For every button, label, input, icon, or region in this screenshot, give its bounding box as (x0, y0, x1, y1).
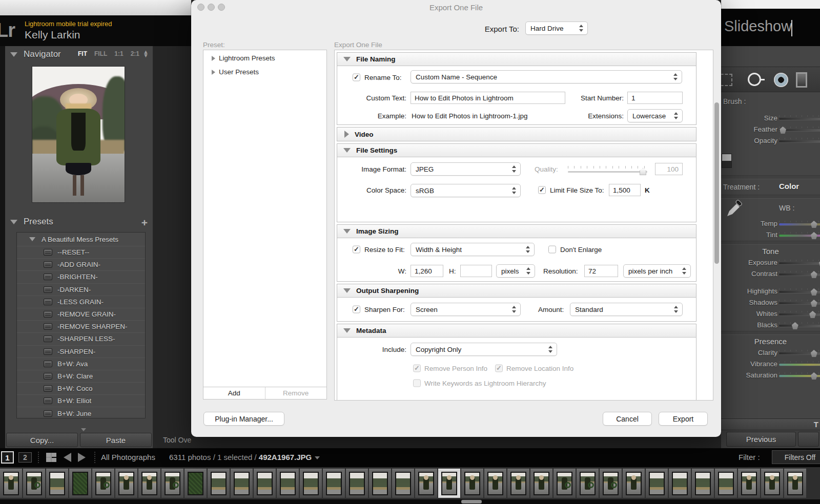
filmstrip-thumbnail[interactable] (161, 469, 183, 498)
quality-value-input[interactable] (655, 163, 683, 175)
image-sizing-header[interactable]: Image Sizing (337, 225, 696, 238)
vibrance-slider[interactable]: Vibrance (721, 359, 820, 370)
filmstrip-thumbnail[interactable] (369, 469, 391, 498)
shadows-slider[interactable]: Shadows (721, 297, 820, 308)
copy-button[interactable]: Copy... (6, 433, 78, 447)
blacks-slider[interactable]: Blacks (721, 320, 820, 331)
height-input[interactable] (460, 265, 492, 277)
mask-swatch[interactable] (722, 154, 732, 168)
highlights-slider[interactable]: Highlights (721, 286, 820, 297)
section-triangle-icon[interactable] (343, 328, 351, 333)
spot-removal-icon[interactable] (748, 73, 761, 86)
exposure-slider[interactable]: Exposure (721, 257, 820, 268)
preset-item[interactable]: B+W: Ava (17, 358, 145, 370)
filmstrip-thumbnail[interactable] (554, 469, 576, 498)
filmstrip-thumbnail[interactable] (46, 469, 68, 498)
filmstrip-thumbnail[interactable] (300, 469, 322, 498)
second-window-button[interactable]: 2 (18, 452, 32, 463)
clarity-slider[interactable]: Clarity (721, 347, 820, 359)
preset-item[interactable]: -BRIGHTEN- (17, 270, 145, 283)
next-photo-arrow-icon[interactable] (78, 453, 86, 462)
group-triangle-icon[interactable] (29, 237, 35, 241)
left-panel-edge[interactable] (0, 46, 5, 448)
remove-preset-button[interactable]: Remove (265, 387, 327, 399)
preset-item[interactable]: -REMOVE SHARPEN- (17, 320, 145, 332)
slider-thumb-icon[interactable] (811, 221, 817, 228)
include-select[interactable]: Copyright Only (411, 343, 557, 356)
section-triangle-icon[interactable] (343, 229, 351, 234)
photo-count-status[interactable]: 6311 photos / 1 selected / 492A1967.JPG (169, 453, 320, 461)
filmstrip-thumbnail[interactable] (692, 469, 714, 498)
slider-thumb-icon[interactable] (780, 127, 786, 134)
image-format-select[interactable]: JPEG (411, 162, 521, 176)
filmstrip-thumbnail[interactable] (715, 469, 737, 498)
preset-item[interactable]: -ADD GRAIN- (17, 258, 145, 270)
navigator-preview-photo[interactable] (32, 67, 125, 202)
preset-item[interactable]: -LESS GRAIN- (17, 296, 145, 308)
cancel-button[interactable]: Cancel (603, 412, 652, 426)
zoom-mode-1-1[interactable]: 1:1 (114, 50, 123, 57)
filmstrip-thumbnail[interactable] (577, 469, 599, 498)
filmstrip-thumbnail[interactable] (784, 469, 806, 498)
zoom-mode-fill[interactable]: FILL (94, 50, 107, 57)
size-slider[interactable]: Size (721, 113, 820, 124)
filmstrip-thumbnail[interactable] (530, 469, 552, 498)
grid-view-icon[interactable] (46, 453, 56, 462)
preset-item[interactable]: B+W: Clare (17, 370, 145, 382)
start-number-input[interactable] (627, 92, 683, 104)
color-space-select[interactable]: sRGB (411, 184, 521, 197)
width-input[interactable] (411, 265, 443, 277)
remove-location-info-checkbox[interactable] (495, 365, 503, 372)
preset-item[interactable]: B+W: Coco (17, 382, 145, 394)
reset-button-partial[interactable] (798, 432, 819, 447)
file-naming-header[interactable]: File Naming (337, 53, 696, 66)
sharpen-for-checkbox[interactable] (353, 306, 360, 313)
section-triangle-icon[interactable] (343, 288, 351, 293)
size-unit-select[interactable]: pixels (496, 264, 535, 278)
contrast-slider[interactable]: Contrast (721, 268, 820, 280)
preset-tree-item[interactable]: Lightroom Presets (203, 52, 326, 64)
filmstrip-thumbnail[interactable] (277, 469, 299, 498)
zoom-stepper-icon[interactable]: ▲▼ (143, 50, 149, 57)
extensions-select[interactable]: Lowercase (627, 109, 683, 122)
filmstrip-thumbnail[interactable] (346, 469, 368, 498)
section-triangle-icon[interactable] (344, 131, 349, 138)
quality-slider[interactable] (568, 161, 647, 176)
preset-item[interactable]: -SHARPEN- (17, 345, 145, 358)
opacity-slider[interactable]: Opacity (721, 135, 820, 146)
filmstrip-thumbnail[interactable] (623, 469, 645, 498)
filmstrip-thumbnail[interactable] (92, 469, 114, 498)
filmstrip-thumbnail[interactable] (0, 469, 22, 498)
previous-photo-arrow-icon[interactable] (64, 453, 71, 462)
filmstrip-thumbnail[interactable] (461, 469, 483, 498)
filmstrip-thumbnail[interactable] (646, 469, 668, 498)
slider-thumb-icon[interactable] (811, 372, 817, 380)
preset-item[interactable]: -REMOVE GRAIN- (17, 308, 145, 320)
limit-file-size-input[interactable] (609, 184, 641, 196)
filter-preset-select[interactable]: Filters Off (772, 450, 820, 464)
collapse-triangle-icon[interactable] (10, 52, 17, 57)
preset-tree-item[interactable]: User Presets (203, 66, 326, 78)
filmstrip-thumbnail[interactable] (323, 469, 345, 498)
slider-thumb-icon[interactable] (811, 288, 817, 296)
paste-button[interactable]: Paste (80, 433, 152, 447)
saturation-slider[interactable]: Saturation (721, 370, 820, 381)
filmstrip-thumbnail[interactable] (392, 469, 414, 498)
slider-thumb-icon[interactable] (811, 232, 817, 239)
preset-group[interactable]: A Beautiful Mess Presets (17, 233, 145, 246)
filmstrip-thumbnail[interactable] (738, 469, 760, 498)
sharpen-for-select[interactable]: Screen (411, 303, 521, 316)
filename-caret-icon[interactable] (315, 456, 320, 459)
expand-triangle-icon[interactable] (212, 70, 215, 75)
add-preset-button[interactable]: Add (203, 387, 265, 399)
slider-thumb-icon[interactable] (811, 271, 817, 278)
preset-item[interactable]: B+W: June (17, 407, 145, 418)
treatment-color-option[interactable]: Color (779, 182, 799, 191)
rename-to-checkbox[interactable] (353, 74, 360, 81)
add-preset-icon[interactable]: + (141, 217, 148, 229)
preset-item[interactable]: --RESET-- (17, 246, 145, 258)
filmstrip-thumbnail[interactable] (761, 469, 783, 498)
preset-item[interactable]: B+W: Elliot (17, 394, 145, 407)
custom-text-input[interactable] (411, 92, 565, 104)
resize-mode-select[interactable]: Width & Height (411, 243, 535, 256)
